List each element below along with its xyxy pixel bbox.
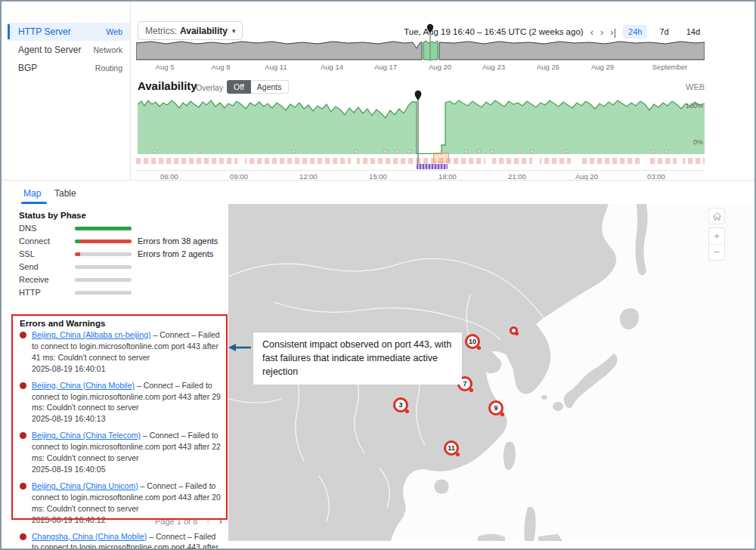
phase-bar[interactable] bbox=[75, 265, 132, 269]
metrics-value: Availability bbox=[180, 26, 228, 36]
agent-marker[interactable] bbox=[395, 150, 399, 153]
agent-link[interactable]: Beijing, China (China Telecom) bbox=[32, 431, 141, 440]
map-marker-agent[interactable] bbox=[510, 326, 518, 335]
test-label: Agent to Server bbox=[18, 45, 81, 55]
phase-bar[interactable] bbox=[75, 252, 132, 256]
map-marker-cluster[interactable]: 11 bbox=[444, 440, 459, 456]
annotation-text: Consistent impact observed on port 443, … bbox=[262, 339, 451, 377]
phase-bar[interactable] bbox=[75, 291, 132, 295]
agent-marker[interactable] bbox=[565, 150, 569, 153]
x-axis bbox=[136, 170, 705, 171]
status-by-phase-title: Status by Phase bbox=[19, 211, 86, 220]
phase-row-connect: Connect Errors from 38 agents bbox=[19, 236, 223, 247]
range-7d-button[interactable]: 7d bbox=[654, 25, 674, 39]
next-interval-button[interactable]: › bbox=[600, 27, 603, 37]
event-strip-gap bbox=[642, 158, 649, 164]
phase-error-note: Errors from 38 agents bbox=[138, 236, 218, 246]
overlay-agents-button[interactable]: Agents bbox=[251, 80, 289, 94]
phase-bar[interactable] bbox=[75, 227, 132, 230]
error-timestamp: 2025-08-19 16:40:05 bbox=[32, 464, 222, 475]
time-controls: Tue, Aug 19 16:40 – 16:45 UTC (2 weeks a… bbox=[404, 25, 705, 39]
agent-marker[interactable] bbox=[652, 150, 655, 153]
selected-time-window[interactable] bbox=[417, 164, 448, 169]
phase-bar[interactable] bbox=[75, 278, 132, 282]
event-strip-gap bbox=[351, 158, 357, 164]
layer-badge: WEB bbox=[686, 82, 705, 91]
phase-bar[interactable] bbox=[75, 239, 132, 243]
prev-interval-button[interactable]: ‹ bbox=[590, 27, 593, 37]
highlighted-event-group[interactable] bbox=[433, 153, 449, 162]
phase-label: SSL bbox=[19, 249, 35, 258]
event-strip-gap bbox=[532, 158, 540, 164]
map-zoom-controls: + − bbox=[708, 227, 725, 261]
event-strip-gap bbox=[485, 158, 492, 164]
y-axis-max-label: 100% bbox=[680, 102, 703, 110]
overview-timeline[interactable] bbox=[136, 38, 705, 61]
phase-row-http: HTTP bbox=[19, 288, 223, 298]
overlay-label: Overlay bbox=[196, 83, 223, 92]
map-marker-cluster[interactable]: 9 bbox=[488, 400, 503, 416]
availability-chart[interactable] bbox=[138, 97, 705, 154]
error-event-strip[interactable] bbox=[136, 158, 705, 164]
world-map[interactable]: 10 7 3 9 11 Consistent impact observed o… bbox=[228, 204, 754, 541]
agent-marker[interactable] bbox=[153, 150, 156, 153]
event-strip-gap bbox=[677, 158, 683, 164]
range-24h-button[interactable]: 24h bbox=[623, 25, 647, 39]
error-list-item: Changsha, China (China Mobile) – Connect… bbox=[20, 531, 222, 550]
agent-marker[interactable] bbox=[383, 150, 387, 153]
agent-marker[interactable] bbox=[477, 150, 481, 153]
errors-and-warnings-title: Errors and Warnings bbox=[20, 319, 105, 328]
agent-marker[interactable] bbox=[407, 150, 411, 153]
range-14d-button[interactable]: 14d bbox=[681, 25, 705, 39]
agent-marker[interactable] bbox=[530, 150, 534, 153]
agent-link[interactable]: Changsha, China (China Mobile) bbox=[32, 532, 147, 541]
agent-link[interactable]: Beijing, China (China Unicom) bbox=[32, 481, 138, 490]
sidebar-item-bgp[interactable]: BGP Routing bbox=[8, 59, 130, 77]
timeline-tick: September bbox=[652, 63, 687, 71]
timeline-tick: Aug 20 bbox=[429, 63, 451, 71]
phase-label: HTTP bbox=[19, 288, 41, 297]
overlay-toggle: Off Agents bbox=[227, 80, 289, 94]
zoom-out-button[interactable]: − bbox=[709, 244, 724, 260]
cluster-count: 7 bbox=[463, 380, 466, 388]
timeline-tick: Aug 8 bbox=[212, 63, 231, 71]
timeline-tick: Aug 11 bbox=[265, 63, 287, 71]
map-marker-cluster[interactable]: 3 bbox=[393, 397, 408, 412]
agent-link[interactable]: Beijing, China (Alibaba cn-beijing) bbox=[32, 330, 151, 339]
agent-marker[interactable] bbox=[292, 150, 296, 153]
sidebar-divider bbox=[130, 2, 131, 180]
overlay-off-button[interactable]: Off bbox=[227, 80, 251, 94]
agent-marker[interactable] bbox=[464, 150, 468, 153]
phase-row-send: Send bbox=[19, 262, 223, 273]
test-label: HTTP Server bbox=[18, 26, 71, 37]
tab-table[interactable]: Table bbox=[54, 188, 76, 199]
error-list-item: Beijing, China (China Mobile) – Connect … bbox=[20, 380, 222, 425]
cluster-count: 9 bbox=[494, 404, 497, 412]
map-marker-cluster[interactable]: 10 bbox=[465, 334, 480, 349]
annotation-arrow-icon bbox=[228, 343, 251, 352]
phase-label: DNS bbox=[19, 224, 36, 233]
zoom-in-button[interactable]: + bbox=[709, 228, 724, 244]
availability-area-chart bbox=[138, 97, 705, 154]
test-label: BGP bbox=[18, 63, 37, 73]
agent-marker[interactable] bbox=[665, 150, 668, 153]
phase-label: Receive bbox=[19, 275, 49, 284]
agent-link[interactable]: Beijing, China (China Mobile) bbox=[32, 381, 135, 390]
map-home-button[interactable] bbox=[708, 208, 725, 224]
phase-error-note: Errors from 2 agents bbox=[138, 249, 213, 258]
next-page-button[interactable]: › bbox=[219, 515, 222, 527]
agent-marker[interactable] bbox=[518, 150, 522, 153]
error-timestamp: 2025-08-19 16:40:13 bbox=[32, 413, 222, 425]
sidebar-item-http-server[interactable]: HTTP Server Web bbox=[8, 23, 130, 41]
agent-marker[interactable] bbox=[198, 150, 202, 153]
sidebar-item-agent-to-server[interactable]: Agent to Server Network bbox=[8, 41, 130, 59]
date-range-label: Tue, Aug 19 16:40 – 16:45 UTC (2 weeks a… bbox=[404, 27, 583, 36]
agent-marker[interactable] bbox=[490, 150, 494, 153]
latest-interval-button[interactable]: ›| bbox=[610, 27, 616, 37]
cluster-count: 3 bbox=[398, 401, 402, 409]
errors-pagination: Page 1 of 8 ‹ › bbox=[155, 515, 222, 527]
agent-marker[interactable] bbox=[354, 150, 358, 153]
overview-timeline-chart bbox=[136, 38, 705, 61]
tab-map[interactable]: Map bbox=[23, 188, 41, 199]
prev-page-button[interactable]: ‹ bbox=[206, 515, 209, 527]
